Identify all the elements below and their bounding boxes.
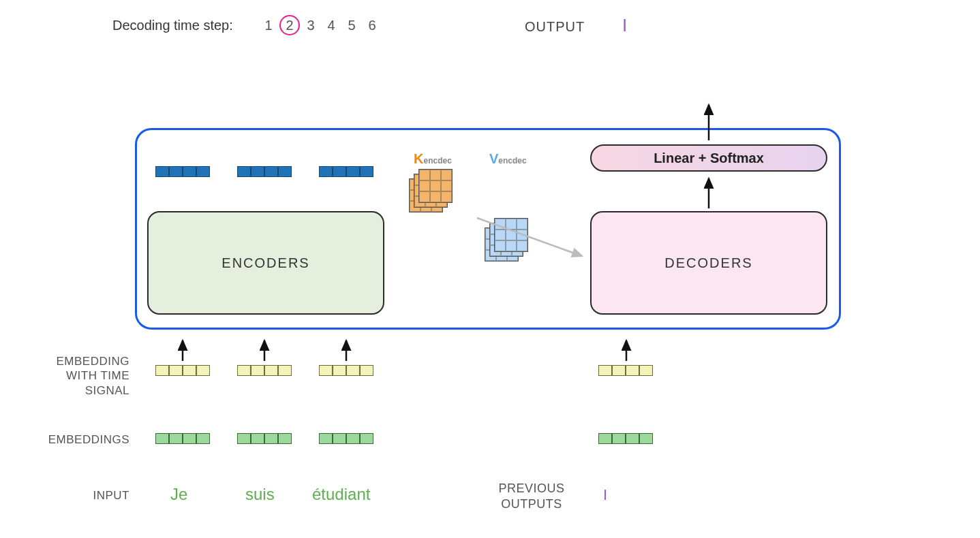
svg-line-6 — [477, 218, 582, 256]
arrows-layer — [0, 0, 980, 538]
